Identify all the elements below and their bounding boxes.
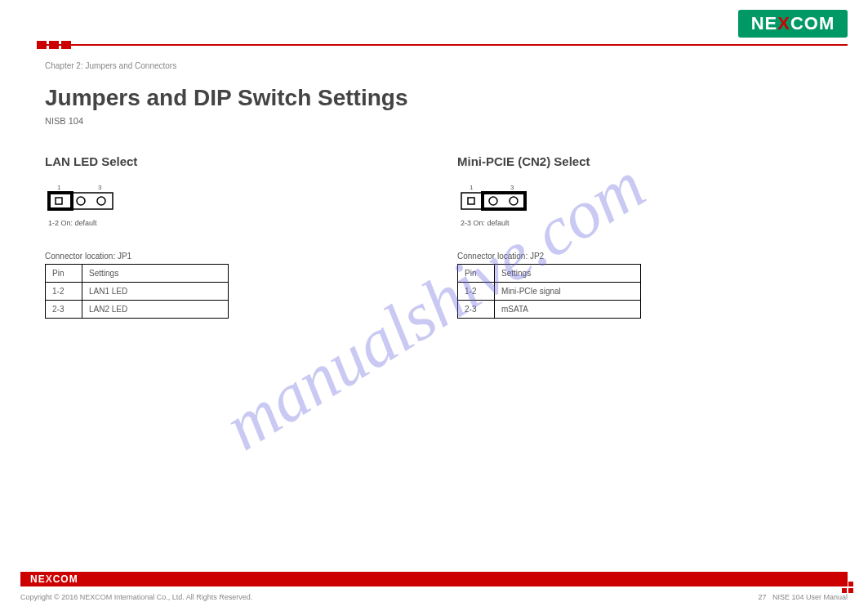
col-header-settings: Settings	[82, 265, 229, 283]
table-row: 1-2 Mini-PCIe signal	[458, 283, 641, 301]
header-rule	[37, 44, 848, 46]
table-header-row: Pin Settings	[46, 265, 229, 283]
left-column: LAN LED Select 1 3 1-2 On: default Conne…	[45, 154, 457, 319]
svg-rect-0	[49, 193, 113, 209]
page-subtitle: NISB 104	[45, 116, 835, 126]
cell-setting: LAN2 LED	[82, 301, 229, 319]
svg-point-4	[97, 197, 105, 205]
logo-part-ne: NE	[751, 13, 778, 33]
section-title-lan-led: LAN LED Select	[45, 154, 457, 168]
pin-label-3: 3	[510, 184, 514, 191]
jumper-diagram-jp1: 1 3	[47, 183, 457, 216]
svg-point-8	[489, 197, 497, 205]
pin-label-3: 3	[98, 184, 102, 191]
page-content: Chapter 2: Jumpers and Connectors Jumper…	[45, 61, 835, 319]
footer-bar: NEXCOM	[20, 572, 848, 586]
logo-part-com: COM	[790, 13, 835, 33]
two-column-layout: LAN LED Select 1 3 1-2 On: default Conne…	[45, 154, 835, 319]
svg-point-9	[510, 197, 518, 205]
cell-pin: 1-2	[46, 283, 82, 301]
jumper-caption-jp1: 1-2 On: default	[48, 219, 457, 227]
page-number: 27 NISE 104 User Manual	[758, 593, 848, 601]
table-row: 1-2 LAN1 LED	[46, 283, 229, 301]
cell-setting: LAN1 LED	[82, 283, 229, 301]
page-title: Jumpers and DIP Switch Settings	[45, 85, 835, 111]
pin-label-1: 1	[470, 184, 474, 191]
footer-logo-com: COM	[53, 573, 78, 585]
cell-pin: 1-2	[458, 283, 495, 301]
svg-rect-2	[56, 198, 62, 204]
col-header-pin: Pin	[46, 265, 82, 283]
pin-table-jp1: Pin Settings 1-2 LAN1 LED 2-3 LAN2 LED	[45, 264, 229, 319]
col-header-pin: Pin	[458, 265, 495, 283]
right-column: Mini-PCIE (CN2) Select 1 3 2-3 On: defau…	[457, 154, 835, 319]
table-row: 2-3 mSATA	[458, 301, 641, 319]
cell-setting: Mini-PCIe signal	[495, 283, 641, 301]
jumper-diagram-jp2: 1 3	[460, 183, 835, 216]
pin-table-jp2: Pin Settings 1-2 Mini-PCIe signal 2-3 mS…	[457, 264, 641, 319]
table-row: 2-3 LAN2 LED	[46, 301, 229, 319]
pin-label-1: 1	[57, 184, 61, 191]
svg-rect-1	[49, 193, 72, 209]
connector-location-jp2: Connector location: JP2	[457, 252, 835, 261]
svg-point-3	[77, 197, 85, 205]
table-header-row: Pin Settings	[458, 265, 641, 283]
footer-accent-squares	[842, 582, 853, 593]
cell-pin: 2-3	[46, 301, 82, 319]
jumper-caption-jp2: 2-3 On: default	[461, 219, 835, 227]
copyright-text: Copyright © 2016 NEXCOM International Co…	[20, 593, 252, 601]
svg-rect-7	[468, 198, 474, 204]
cell-setting: mSATA	[495, 301, 641, 319]
brand-logo: NEXCOM	[738, 10, 848, 38]
logo-part-x: X	[777, 13, 790, 33]
connector-location-jp1: Connector location: JP1	[45, 252, 457, 261]
svg-rect-5	[461, 193, 525, 209]
col-header-settings: Settings	[495, 265, 641, 283]
cell-pin: 2-3	[458, 301, 495, 319]
section-title-minipcie: Mini-PCIE (CN2) Select	[457, 154, 835, 168]
footer-logo-x: X	[46, 573, 53, 585]
footer-logo-ne: NE	[30, 573, 46, 585]
chapter-label: Chapter 2: Jumpers and Connectors	[45, 61, 835, 70]
